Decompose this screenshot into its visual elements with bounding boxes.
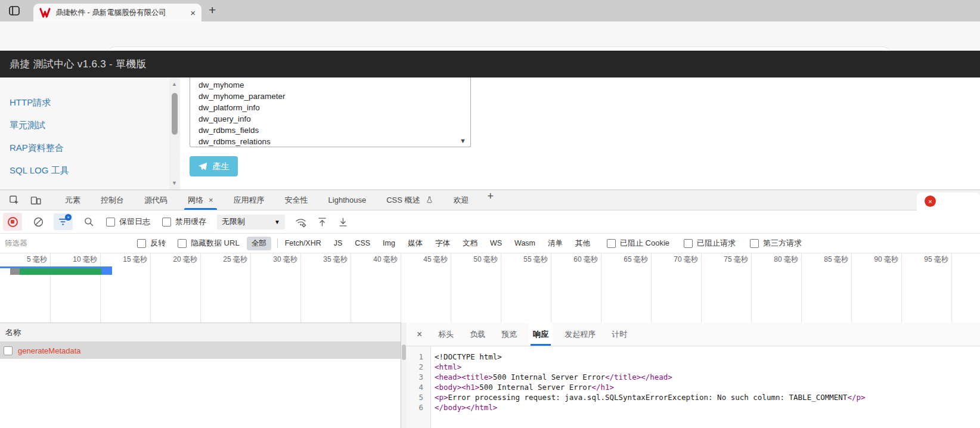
third-party-group: 第三方请求: [750, 238, 802, 249]
network-toolbar: × 保留日志 禁用缓存 无限制 ▼: [0, 210, 980, 234]
detail-scrollbar[interactable]: [401, 322, 407, 428]
error-badge-icon[interactable]: ×: [925, 196, 936, 207]
detail-scrollbar-thumb[interactable]: [402, 345, 406, 360]
detail-tab-preview[interactable]: 预览: [497, 322, 521, 346]
devtools-panel: 元素 控制台 源代码 网络 × 应用程序 安全性 Lighthouse CSS …: [0, 190, 980, 428]
filter-type-img[interactable]: Img: [383, 239, 395, 247]
sidebar-item-rap-integration[interactable]: RAP資料整合: [10, 142, 64, 154]
code-line: 3<head><title>500 Internal Server Error<…: [407, 372, 980, 382]
sidebar-item-sql-log-tool[interactable]: SQL LOG 工具: [10, 165, 69, 176]
line-number: 4: [407, 382, 430, 392]
invert-checkbox[interactable]: [137, 239, 146, 248]
filter-type-ws[interactable]: WS: [490, 239, 502, 247]
code-line: 2<html>: [407, 362, 980, 372]
tab-actions-menu-icon[interactable]: [8, 4, 21, 17]
filter-type-other[interactable]: 其他: [575, 238, 590, 249]
tab-application[interactable]: 应用程序: [224, 190, 275, 210]
browser-tab[interactable]: 鼎捷軟件 - 鼎新電腦股份有限公司 ×: [33, 4, 201, 21]
filter-type-fetch-xhr[interactable]: Fetch/XHR: [285, 239, 321, 247]
hide-data-urls-checkbox[interactable]: [178, 239, 187, 248]
disable-cache-checkbox[interactable]: [162, 218, 171, 227]
timeline-label: 50 毫秒: [451, 253, 501, 266]
record-network-log-button[interactable]: [3, 213, 22, 231]
detail-tab-initiator[interactable]: 发起程序: [560, 322, 600, 346]
third-party-checkbox[interactable]: [750, 239, 759, 248]
tab-lighthouse[interactable]: Lighthouse: [318, 190, 377, 210]
table-listbox[interactable]: dw_myhome dw_myhome_parameter dw_platfor…: [190, 77, 471, 147]
import-har-icon[interactable]: [317, 216, 328, 228]
clear-network-log-icon[interactable]: [33, 216, 44, 228]
tab-welcome[interactable]: 欢迎: [444, 190, 479, 210]
listbox-option[interactable]: dw_myhome_parameter: [190, 91, 470, 102]
filter-type-font[interactable]: 字体: [435, 238, 450, 249]
generate-button[interactable]: 產生: [190, 156, 238, 176]
blocked-requests-checkbox[interactable]: [684, 239, 693, 248]
listbox-option[interactable]: dw_platform_info: [190, 102, 470, 113]
new-tab-button[interactable]: +: [209, 3, 216, 17]
close-detail-icon[interactable]: ×: [417, 329, 422, 340]
detail-tab-response[interactable]: 响应: [529, 322, 553, 346]
line-number: 3: [407, 372, 430, 382]
name-column-header[interactable]: 名称: [0, 322, 401, 342]
detail-tab-payload[interactable]: 负载: [466, 322, 489, 346]
listbox-option[interactable]: dw_myhome: [190, 79, 470, 91]
filter-type-css[interactable]: CSS: [355, 239, 370, 247]
sidebar-item-http-request[interactable]: HTTP請求: [10, 97, 51, 108]
detail-tab-timing[interactable]: 计时: [607, 322, 631, 346]
line-number: 5: [407, 392, 430, 402]
blocked-cookies-checkbox[interactable]: [607, 239, 616, 248]
scrollbar-thumb[interactable]: [172, 93, 178, 135]
request-row[interactable]: generateMetadata: [0, 342, 401, 359]
response-code[interactable]: 1<!DOCTYPE html>2<html>3<head><title>500…: [407, 346, 980, 428]
invert-group: 反转: [137, 238, 166, 249]
listbox-option[interactable]: dw_query_info: [190, 113, 470, 125]
network-conditions-icon[interactable]: [294, 216, 307, 228]
network-filter-row: 反转 隐藏数据 URL 全部 Fetch/XHR JS CSS Img 媒体 字…: [0, 234, 980, 253]
listbox-option[interactable]: dw_rdbms_fields: [190, 125, 470, 136]
request-doc-icon: [4, 346, 13, 355]
detail-tab-headers[interactable]: 标头: [434, 322, 458, 346]
tab-network-close-icon[interactable]: ×: [209, 196, 213, 204]
listbox-option[interactable]: dw_rdbms_relations: [190, 136, 470, 147]
line-number: 2: [407, 362, 430, 372]
tab-elements[interactable]: 元素: [55, 190, 91, 210]
sidebar-item-unit-test[interactable]: 單元測試: [10, 120, 45, 131]
more-tabs-button[interactable]: +: [479, 190, 503, 210]
filter-type-js[interactable]: JS: [334, 239, 343, 247]
tab-security[interactable]: 安全性: [275, 190, 318, 210]
tab-close-icon[interactable]: ×: [190, 8, 196, 17]
tab-sources[interactable]: 源代码: [134, 190, 178, 210]
inspect-element-icon[interactable]: [8, 194, 20, 206]
timeline-label: 90 毫秒: [851, 253, 901, 266]
filter-type-media[interactable]: 媒体: [408, 238, 423, 249]
tab-network[interactable]: 网络 ×: [178, 190, 224, 210]
device-toolbar-icon[interactable]: [30, 194, 42, 206]
filter-input[interactable]: [0, 238, 125, 248]
filter-type-wasm[interactable]: Wasm: [514, 239, 535, 247]
devtools-tabs: 元素 控制台 源代码 网络 × 应用程序 安全性 Lighthouse CSS …: [55, 190, 502, 210]
filter-toggle-button[interactable]: ×: [54, 213, 73, 230]
record-icon: [8, 217, 18, 227]
tab-css-overview[interactable]: CSS 概述: [376, 190, 443, 210]
timeline-label: 10 毫秒: [50, 253, 100, 266]
detail-tab-bar: × 标头 负载 预览 响应 发起程序 计时: [407, 322, 980, 346]
search-icon[interactable]: [83, 216, 94, 227]
overview-waterfall-bar[interactable]: [0, 266, 112, 275]
throttling-dropdown[interactable]: 无限制 ▼: [217, 215, 285, 229]
export-har-icon[interactable]: [337, 216, 349, 228]
filter-type-all[interactable]: 全部: [247, 237, 271, 250]
scroll-up-icon[interactable]: ▲: [172, 81, 177, 87]
scroll-down-icon[interactable]: ▼: [172, 180, 177, 186]
timeline-label: 85 毫秒: [801, 253, 851, 266]
disable-cache-group: 禁用缓存: [162, 216, 206, 227]
blocked-cookies-label: 已阻止 Cookie: [620, 238, 669, 249]
filter-type-doc[interactable]: 文档: [463, 238, 477, 249]
timeline-label: 35 毫秒: [300, 253, 351, 266]
tab-console[interactable]: 控制台: [91, 190, 134, 210]
listbox-caret-down-icon[interactable]: ▼: [460, 137, 466, 144]
filter-type-manifest[interactable]: 清单: [548, 238, 563, 249]
preserve-log-checkbox[interactable]: [106, 218, 115, 227]
browser-window: 鼎捷軟件 - 鼎新電腦股份有限公司 × + localhost:12345/te…: [0, 0, 980, 428]
third-party-label: 第三方请求: [763, 238, 802, 249]
timeline-label: 95 毫秒: [901, 253, 951, 266]
